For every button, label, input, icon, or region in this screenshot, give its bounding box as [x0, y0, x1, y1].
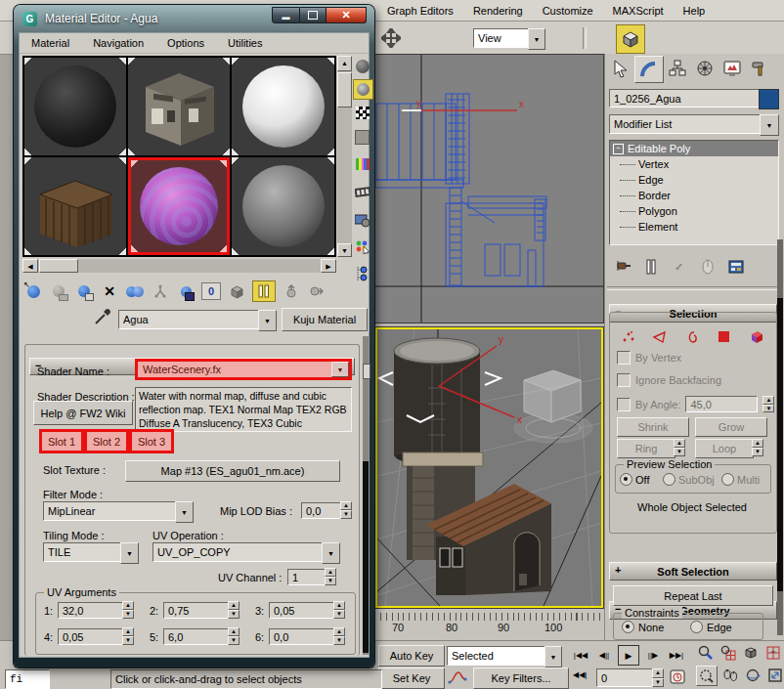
slot-2-button[interactable]: Slot 2 [84, 429, 129, 453]
polygon-mode-icon[interactable] [715, 327, 733, 346]
uv-arg-5-field[interactable]: 6,0 [163, 628, 234, 645]
stack-item-element[interactable]: Element [610, 219, 778, 235]
object-name-field[interactable]: 1_0256_Agua [609, 89, 762, 108]
preview-multi-radio[interactable] [721, 473, 734, 486]
filter-mode-dropdown[interactable]: MipLinear [43, 501, 185, 521]
collapse-minus-icon[interactable]: − [613, 144, 624, 154]
uv-arg-4-spinner[interactable]: ▲▼ [122, 627, 134, 645]
modifier-list-dropdown[interactable]: Modifier List [609, 114, 769, 134]
put-to-scene-icon[interactable] [49, 281, 68, 301]
preview-off-radio[interactable] [620, 473, 632, 486]
tab-utilities-icon[interactable] [746, 56, 773, 81]
go-forward-sibling-icon[interactable] [307, 281, 327, 301]
uv-arg-2-spinner[interactable]: ▲▼ [228, 601, 240, 619]
tab-hierarchy-icon[interactable] [664, 56, 691, 81]
stack-item-border[interactable]: Border [610, 188, 778, 203]
sample-slot-6[interactable] [232, 157, 334, 255]
key-mode-curve-icon[interactable] [448, 667, 467, 689]
menu-utilities[interactable]: Utilities [228, 37, 262, 49]
constraint-none-radio[interactable] [622, 621, 634, 633]
by-angle-spinner[interactable]: ▲▼ [762, 396, 774, 412]
uv-arg-4-field[interactable]: 0,05 [58, 628, 128, 645]
by-angle-field[interactable]: 45,0 [685, 396, 758, 412]
mip-lod-bias-spinner[interactable]: ▲▼ [340, 501, 352, 519]
soft-selection-rollout-header[interactable]: +Soft Selection [609, 562, 777, 581]
stack-item-polygon[interactable]: Polygon [610, 203, 778, 219]
ring-button[interactable]: Ring [617, 439, 675, 458]
menu-graph-editors[interactable]: Graph Editors [377, 5, 463, 17]
select-by-material-icon[interactable] [353, 237, 371, 256]
reference-coordinate-arrow-icon[interactable]: ▼ [528, 28, 545, 50]
show-map-in-viewport-icon[interactable] [227, 281, 246, 301]
timeline-ruler[interactable] [374, 613, 602, 621]
uv-arg-5-spinner[interactable]: ▲▼ [228, 627, 240, 645]
repeat-last-button[interactable]: Repeat Last [613, 585, 773, 606]
shader-name-dropdown[interactable]: WaterScenery.fx ▼ [135, 359, 352, 380]
edge-mode-icon[interactable] [651, 327, 670, 346]
sample-slot-1[interactable] [24, 58, 126, 155]
sample-slot-2[interactable] [128, 58, 230, 155]
close-button[interactable]: ✕ [327, 7, 367, 23]
slots-vertical-scrollbar[interactable]: ▲ ▼ [337, 56, 352, 257]
video-color-check-icon[interactable] [353, 154, 371, 173]
object-color-swatch[interactable] [759, 89, 779, 109]
menu-maxscript[interactable]: MAXScript [603, 5, 674, 17]
zoom-extents-icon[interactable] [741, 643, 761, 662]
params-scrollbar[interactable] [363, 336, 369, 655]
put-to-library-icon[interactable] [176, 281, 196, 301]
make-copy-icon[interactable] [125, 281, 145, 301]
shader-name-arrow-icon[interactable]: ▼ [331, 362, 349, 377]
by-angle-checkbox[interactable] [617, 398, 631, 411]
go-to-parent-icon[interactable] [282, 281, 301, 301]
show-end-result-stack-icon[interactable] [641, 258, 660, 277]
sample-type-icon[interactable] [353, 57, 371, 75]
tab-create-icon[interactable] [607, 56, 634, 81]
pan-icon[interactable] [720, 666, 740, 684]
next-frame-button[interactable]: ||▶ [643, 646, 663, 665]
sample-uv-tiling-icon[interactable] [353, 128, 371, 147]
auto-key-button[interactable]: Auto Key [378, 645, 445, 667]
go-to-start-button[interactable]: |◀◀ [571, 646, 590, 665]
uv-arg-2-field[interactable]: 0,75 [163, 602, 234, 619]
menu-rendering[interactable]: Rendering [463, 5, 533, 17]
slot-1-button[interactable]: Slot 1 [39, 429, 84, 453]
play-button[interactable]: ▶ [618, 645, 639, 666]
panel-scrollbar[interactable] [777, 239, 783, 635]
uv-arg-3-field[interactable]: 0,05 [269, 602, 339, 619]
uv-arg-1-field[interactable]: 32,0 [58, 602, 128, 619]
background-icon[interactable] [353, 104, 371, 122]
tab-display-icon[interactable] [719, 56, 746, 81]
menu-options[interactable]: Options [167, 37, 204, 49]
make-unique-material-icon[interactable] [151, 281, 170, 301]
uv-operation-dropdown[interactable]: UV_OP_COPY [152, 542, 331, 562]
uv-arg-1-spinner[interactable]: ▲▼ [122, 601, 134, 619]
ignore-backfacing-checkbox[interactable] [617, 373, 631, 387]
pin-stack-icon[interactable] [613, 258, 632, 277]
arc-rotate-icon[interactable] [743, 666, 762, 684]
constraint-edge-radio[interactable] [690, 621, 703, 633]
scroll-left-icon[interactable]: ◀ [22, 259, 38, 273]
viewport-perspective-active[interactable]: y x [374, 326, 604, 609]
material-type-button[interactable]: Kuju Material [282, 308, 368, 331]
menu-customize[interactable]: Customize [533, 5, 603, 17]
loop-spinner[interactable]: ▲▼ [752, 439, 763, 456]
scrollbar-thumb[interactable] [337, 72, 352, 108]
menu-help[interactable]: Help [674, 5, 716, 17]
previous-frame-button[interactable]: ◀|| [594, 646, 614, 665]
menu-navigation[interactable]: Navigation [93, 37, 144, 49]
sample-slot-3[interactable] [232, 58, 334, 155]
filter-mode-arrow-icon[interactable]: ▼ [175, 501, 194, 523]
set-key-button[interactable]: Set Key [378, 667, 445, 689]
border-mode-icon[interactable] [683, 327, 702, 346]
zoom-extents-all-icon[interactable] [763, 643, 783, 662]
show-end-result-icon[interactable] [252, 280, 276, 302]
stack-item-vertex[interactable]: Vertex [610, 156, 778, 172]
tab-motion-icon[interactable] [691, 56, 719, 81]
material-name-dropdown[interactable]: Agua [118, 310, 268, 329]
grow-button[interactable]: Grow [695, 417, 767, 437]
viewport-front[interactable]: y x [374, 54, 604, 323]
stack-item-editable-poly[interactable]: − Editable Poly [610, 141, 778, 156]
zoom-all-icon[interactable] [719, 643, 738, 662]
tab-modify-icon[interactable] [634, 56, 664, 83]
snaps-toggle-button[interactable] [616, 24, 645, 54]
